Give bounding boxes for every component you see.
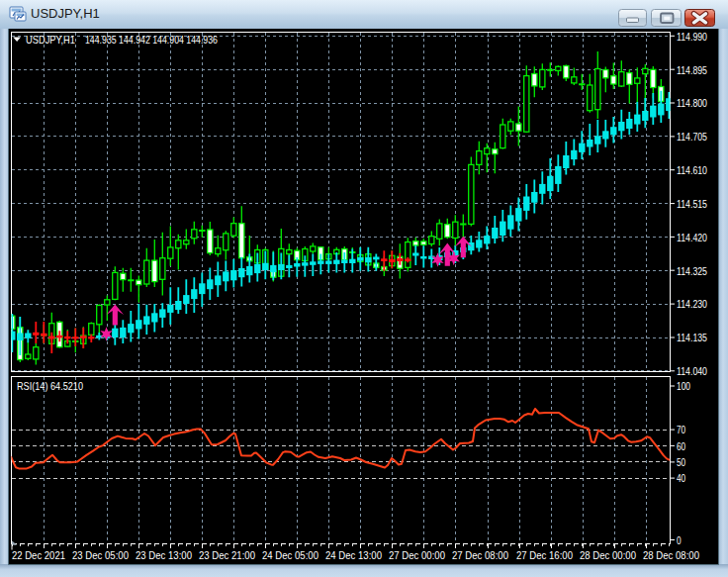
svg-text:USDJPY,H1: USDJPY,H1 [31, 6, 100, 21]
svg-text:23 Dec 21:00: 23 Dec 21:00 [199, 549, 255, 561]
svg-text:114.420: 114.420 [677, 232, 707, 243]
svg-text:28 Dec 08:00: 28 Dec 08:00 [643, 549, 699, 561]
svg-text:100: 100 [677, 380, 690, 392]
svg-text:24 Dec 05:00: 24 Dec 05:00 [262, 549, 318, 561]
svg-text:144.935 144.942 144.904 144.93: 144.935 144.942 144.904 144.936 [85, 34, 218, 46]
svg-text:23 Dec 13:00: 23 Dec 13:00 [136, 549, 192, 561]
svg-text:114.325: 114.325 [677, 265, 707, 277]
svg-text:RSI(14) 64.5210: RSI(14) 64.5210 [17, 380, 83, 392]
svg-text:114.990: 114.990 [677, 31, 707, 43]
svg-text:70: 70 [677, 424, 685, 435]
svg-text:114.705: 114.705 [677, 131, 707, 143]
svg-text:23 Dec 05:00: 23 Dec 05:00 [72, 549, 129, 561]
svg-text:28 Dec 00:00: 28 Dec 00:00 [580, 549, 636, 561]
svg-text:50: 50 [677, 456, 685, 468]
svg-text:27 Dec 00:00: 27 Dec 00:00 [389, 549, 445, 561]
svg-text:114.800: 114.800 [677, 97, 707, 109]
svg-text:27 Dec 08:00: 27 Dec 08:00 [452, 549, 508, 561]
svg-text:114.135: 114.135 [677, 332, 707, 343]
svg-text:114.610: 114.610 [677, 164, 707, 176]
svg-text:USDJPY,H1: USDJPY,H1 [26, 34, 75, 46]
svg-text:114.230: 114.230 [677, 298, 707, 310]
svg-text:27 Dec 16:00: 27 Dec 16:00 [516, 549, 573, 561]
svg-text:114.895: 114.895 [677, 64, 707, 76]
svg-text:60: 60 [677, 440, 685, 452]
svg-text:22 Dec 2021: 22 Dec 2021 [12, 549, 65, 561]
svg-text:114.040: 114.040 [677, 365, 707, 377]
svg-text:114.515: 114.515 [677, 198, 707, 210]
svg-text:24 Dec 13:00: 24 Dec 13:00 [325, 549, 382, 561]
svg-text:40: 40 [677, 472, 685, 484]
svg-text:0: 0 [677, 534, 682, 546]
